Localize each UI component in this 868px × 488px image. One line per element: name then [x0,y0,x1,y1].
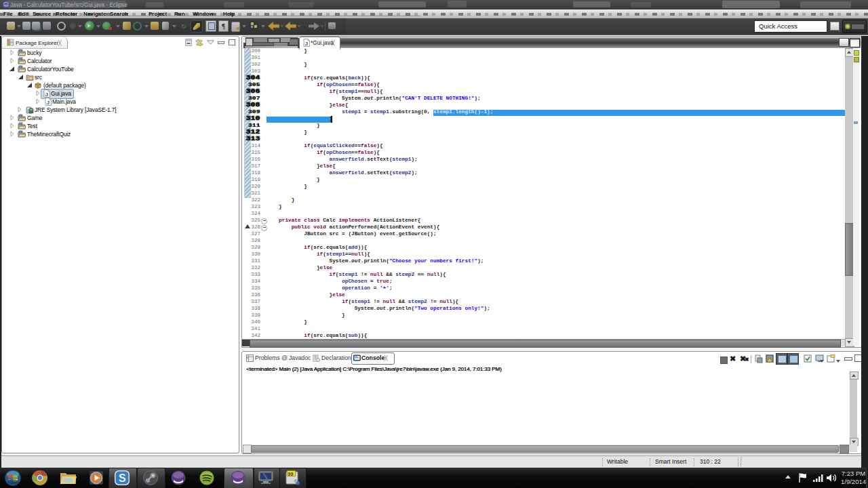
svg-text:Java - CalculatorYouTube/src/G: Java - CalculatorYouTube/src/Gui.java - … [10,2,127,8]
svg-text:99: 99 [288,472,294,476]
svg-text:1/9/2014: 1/9/2014 [841,478,866,485]
svg-text:7:23 PM: 7:23 PM [842,470,865,477]
svg-text:S: S [119,472,126,484]
